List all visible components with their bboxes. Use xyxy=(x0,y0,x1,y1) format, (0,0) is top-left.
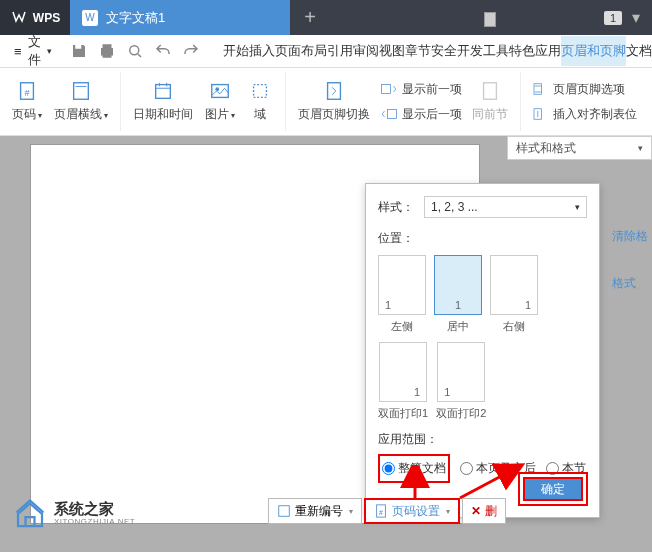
radio-section[interactable]: 本节 xyxy=(546,460,586,477)
style-label: 样式： xyxy=(378,199,418,216)
svg-rect-13 xyxy=(382,85,391,94)
svg-text:#: # xyxy=(379,509,383,516)
svg-rect-21 xyxy=(279,506,290,517)
word-doc-icon: W xyxy=(82,10,98,26)
svg-rect-12 xyxy=(328,83,341,100)
redo-icon[interactable] xyxy=(182,42,200,60)
radio-from[interactable]: 本页及之后 xyxy=(460,460,536,477)
quick-access xyxy=(62,42,208,60)
ribbon-tab[interactable]: 引用 xyxy=(327,36,353,66)
badge[interactable]: 1 xyxy=(604,11,622,25)
position-label: 位置： xyxy=(378,230,587,247)
insert-align-tab-button[interactable]: 插入对齐制表位 xyxy=(527,104,641,125)
ribbon-tab[interactable]: 视图 xyxy=(379,36,405,66)
title-bar: WPS W 文字文稿1 + 1 ▾ xyxy=(0,0,652,35)
header-line-button[interactable]: 页眉横线▾ xyxy=(48,80,114,123)
delete-button[interactable]: ✕ 删 xyxy=(462,498,506,524)
menu-bar: ≡ 文件 ▾ 开始插入页面布局引用审阅视图章节安全开发工具特色应用页眉和页脚文档… xyxy=(0,35,652,68)
radio-all[interactable]: 整篇文档 xyxy=(382,460,446,477)
page-setup-button[interactable]: # 页码设置▾ xyxy=(364,498,460,524)
delete-icon: ✕ xyxy=(471,504,481,518)
add-tab-button[interactable]: + xyxy=(290,0,330,35)
ribbon-tab[interactable]: 开发工具 xyxy=(457,36,509,66)
svg-rect-16 xyxy=(534,84,542,95)
svg-text:#: # xyxy=(24,88,30,98)
renumber-button[interactable]: 重新编号▾ xyxy=(268,498,362,524)
wps-logo: WPS xyxy=(0,0,70,35)
house-icon xyxy=(12,496,48,532)
ribbon: # 页码▾ 页眉横线▾ 日期和时间 图片▾ 域 页眉页脚切换 显示前一项 显示后… xyxy=(0,68,652,136)
position-center[interactable]: 1 xyxy=(434,255,482,315)
ribbon-tab[interactable]: 章节 xyxy=(405,36,431,66)
page-number-button[interactable]: # 页码▾ xyxy=(6,80,48,123)
clear-format-link[interactable]: 清除格 xyxy=(612,228,652,245)
svg-rect-9 xyxy=(212,85,229,98)
picture-button[interactable]: 图片▾ xyxy=(199,80,241,123)
ok-button[interactable]: 确定 xyxy=(523,477,583,501)
svg-rect-11 xyxy=(254,85,267,98)
ribbon-tab[interactable]: 文档助手 xyxy=(626,36,652,66)
caret-down-icon[interactable]: ▾ xyxy=(632,8,640,27)
ribbon-tabs: 开始插入页面布局引用审阅视图章节安全开发工具特色应用页眉和页脚文档助手 xyxy=(223,36,652,66)
svg-point-10 xyxy=(215,87,219,91)
watermark: 系统之家 XITONGZHIJIA.NET xyxy=(12,496,135,532)
datetime-button[interactable]: 日期和时间 xyxy=(127,80,199,123)
header-footer-options-button[interactable]: 页眉页脚选项 xyxy=(527,79,641,100)
ribbon-tab[interactable]: 开始 xyxy=(223,36,249,66)
file-menu[interactable]: ≡ 文件 ▾ xyxy=(4,33,62,69)
scroll-handle[interactable] xyxy=(484,12,496,27)
position-duplex1[interactable]: 1 xyxy=(379,342,427,402)
show-next-button[interactable]: 显示后一项 xyxy=(376,104,466,125)
position-left[interactable]: 1 xyxy=(378,255,426,315)
scope-label: 应用范围： xyxy=(378,431,587,448)
hamburger-icon: ≡ xyxy=(14,44,22,59)
ribbon-tab[interactable]: 审阅 xyxy=(353,36,379,66)
svg-rect-3 xyxy=(74,83,89,100)
ribbon-tab[interactable]: 页面布局 xyxy=(275,36,327,66)
format-link[interactable]: 格式 xyxy=(612,275,652,292)
ribbon-tab[interactable]: 页眉和页脚 xyxy=(561,36,626,66)
ribbon-tab[interactable]: 插入 xyxy=(249,36,275,66)
styles-links: 清除格 格式 xyxy=(612,220,652,292)
svg-rect-5 xyxy=(156,85,171,99)
highlight-scope-all: 整篇文档 xyxy=(378,454,450,483)
watermark-cn: 系统之家 xyxy=(54,501,135,518)
style-select[interactable]: 1, 2, 3 ...▾ xyxy=(424,196,587,218)
svg-point-0 xyxy=(129,46,138,55)
bottom-toolbar: 重新编号▾ # 页码设置▾ ✕ 删 xyxy=(268,498,506,524)
print-icon[interactable] xyxy=(98,42,116,60)
same-section-button: 同前节 xyxy=(466,80,514,123)
tab-title: 文字文稿1 xyxy=(106,9,165,27)
ribbon-tab[interactable]: 特色应用 xyxy=(509,36,561,66)
position-right[interactable]: 1 xyxy=(490,255,538,315)
ribbon-tab[interactable]: 安全 xyxy=(431,36,457,66)
undo-icon[interactable] xyxy=(154,42,172,60)
header-footer-switch-button[interactable]: 页眉页脚切换 xyxy=(292,80,376,123)
styles-panel-header[interactable]: 样式和格式 ▾ xyxy=(507,136,652,160)
page-number-popover: 样式： 1, 2, 3 ...▾ 位置： 1 左侧 1 居中 1 右侧 1 双面… xyxy=(365,183,600,518)
app-name: WPS xyxy=(33,11,60,25)
position-duplex2[interactable]: 1 xyxy=(437,342,485,402)
save-icon[interactable] xyxy=(70,42,88,60)
field-button[interactable]: 域 xyxy=(241,80,279,123)
show-prev-button[interactable]: 显示前一项 xyxy=(376,79,466,100)
svg-rect-15 xyxy=(484,83,497,100)
svg-rect-14 xyxy=(388,110,397,119)
document-tab[interactable]: W 文字文稿1 xyxy=(70,0,290,35)
preview-icon[interactable] xyxy=(126,42,144,60)
watermark-en: XITONGZHIJIA.NET xyxy=(54,518,135,527)
